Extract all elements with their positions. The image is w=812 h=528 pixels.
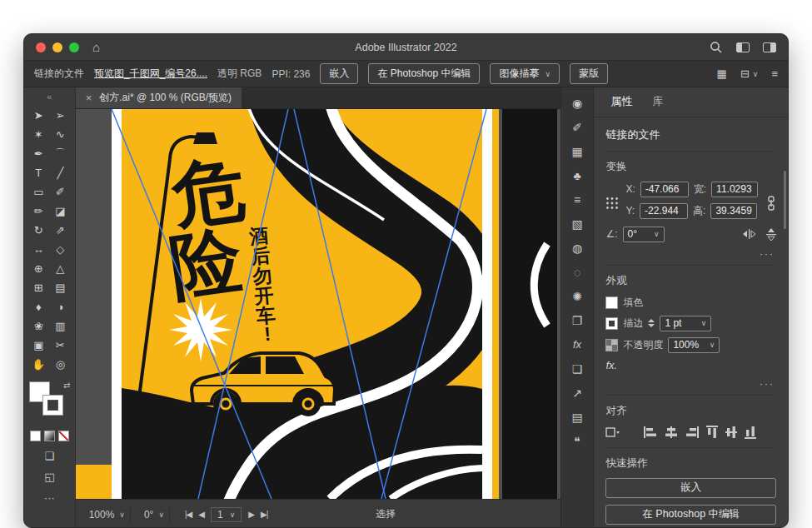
offstage-artwork[interactable] bbox=[502, 109, 557, 499]
gradient-tool[interactable]: ▤ bbox=[49, 278, 71, 297]
zoom-window-button[interactable] bbox=[69, 42, 79, 52]
paintbrush-tool[interactable]: ✐ bbox=[49, 182, 71, 202]
minimize-window-button[interactable] bbox=[52, 42, 62, 52]
workspace-switcher-icon[interactable] bbox=[763, 42, 776, 52]
width-tool[interactable]: ↔ bbox=[27, 240, 49, 259]
document-tab[interactable]: × 创方.ai* @ 100 % (RGB/预览) bbox=[76, 87, 242, 108]
linked-file-name[interactable]: 预览图_千图网_编号26.... bbox=[94, 67, 207, 81]
last-artboard-button[interactable]: ▶| bbox=[261, 510, 267, 519]
tab-properties[interactable]: 属性 bbox=[610, 94, 632, 109]
line-segment-tool[interactable]: ╱ bbox=[49, 163, 71, 182]
appearance-more-options-icon[interactable]: ··· bbox=[605, 378, 775, 390]
opacity-select[interactable]: 100% ∨ bbox=[668, 337, 720, 353]
swap-fill-stroke-icon[interactable]: ⇄ bbox=[63, 381, 70, 390]
blend-tool[interactable]: ◑ bbox=[49, 297, 71, 316]
pen-tool[interactable]: ✒ bbox=[27, 144, 49, 163]
arrange-documents-icon[interactable] bbox=[736, 42, 750, 52]
mask-button[interactable]: 蒙版 bbox=[570, 63, 608, 84]
color-panel-icon[interactable]: ◉ bbox=[561, 91, 594, 115]
type-tool[interactable]: T bbox=[27, 163, 49, 182]
rectangle-tool[interactable]: ▭ bbox=[27, 182, 49, 202]
panel-menu-icon[interactable]: ≡ bbox=[561, 187, 594, 212]
selection-tool[interactable]: ➤ bbox=[27, 106, 49, 125]
image-trace-button[interactable]: 图像描摹 ∨ bbox=[490, 63, 560, 84]
link-dimensions-icon[interactable] bbox=[766, 196, 776, 211]
artboard-tool[interactable]: ▣ bbox=[27, 336, 49, 355]
next-artboard-button[interactable]: ▶ bbox=[248, 510, 254, 519]
effects-button[interactable]: fx. bbox=[605, 359, 776, 371]
artboard-number-select[interactable]: 1 ∨ bbox=[211, 507, 242, 522]
quick-embed-button[interactable]: 嵌入 bbox=[605, 478, 776, 498]
none-button[interactable] bbox=[58, 431, 69, 441]
toolbar-collapse-icon[interactable]: « bbox=[24, 87, 75, 106]
free-transform-tool[interactable]: ◇ bbox=[49, 240, 71, 259]
slice-tool[interactable]: ✂ bbox=[49, 336, 71, 355]
control-menu-icon[interactable]: ≡ bbox=[771, 67, 778, 80]
symbol-sprayer-tool[interactable]: ❀ bbox=[27, 316, 49, 336]
close-tab-icon[interactable]: × bbox=[86, 92, 92, 104]
mesh-tool[interactable]: ⊞ bbox=[27, 278, 49, 297]
poster-artwork[interactable]: 危 险 酒 后 勿 开 车 ! bbox=[122, 109, 499, 499]
hand-tool[interactable]: ✋ bbox=[27, 355, 49, 374]
panel-scrollbar[interactable] bbox=[784, 171, 786, 229]
canvas-artwork[interactable]: 危 险 酒 后 勿 开 车 ! bbox=[76, 109, 560, 499]
stroke-color-swatch[interactable] bbox=[42, 395, 63, 416]
fill-swatch[interactable] bbox=[605, 296, 618, 309]
edit-in-photoshop-button[interactable]: 在 Photoshop 中编辑 bbox=[368, 63, 480, 84]
previous-artboard-button[interactable]: ◀ bbox=[198, 510, 204, 519]
curvature-tool[interactable]: ⌒ bbox=[49, 144, 71, 163]
image-trace-chevron-icon[interactable]: ∨ bbox=[545, 70, 550, 78]
column-graph-tool[interactable]: ▥ bbox=[49, 316, 71, 336]
rotation-select[interactable]: 0° ∨ bbox=[139, 507, 170, 522]
embed-button[interactable]: 嵌入 bbox=[320, 63, 358, 84]
x-input[interactable]: -47.066 bbox=[640, 182, 689, 197]
align-to-selection-icon[interactable] bbox=[605, 426, 620, 438]
height-input[interactable]: 39.3459 bbox=[710, 203, 757, 219]
home-icon[interactable]: ⌂ bbox=[92, 40, 100, 54]
screen-mode-icon[interactable]: ◱ bbox=[44, 471, 54, 483]
rotate-angle-select[interactable]: 0° ∨ bbox=[623, 227, 665, 242]
perspective-grid-tool[interactable]: △ bbox=[49, 259, 71, 278]
align-top-icon[interactable] bbox=[706, 426, 718, 439]
scale-tool[interactable]: ⇗ bbox=[49, 221, 71, 240]
artboards-panel-icon[interactable]: ▤ bbox=[561, 405, 594, 429]
gradient-panel-icon[interactable]: ▧ bbox=[561, 212, 594, 236]
lasso-tool[interactable]: ∿ bbox=[49, 125, 71, 144]
transform-more-options-icon[interactable]: ··· bbox=[605, 248, 775, 260]
3d-materials-panel-icon[interactable]: ◍ bbox=[561, 236, 594, 260]
search-icon[interactable] bbox=[710, 41, 723, 54]
align-bottom-icon[interactable] bbox=[745, 426, 756, 439]
asset-export-panel-icon[interactable]: ❐ bbox=[561, 308, 594, 332]
tab-libraries[interactable]: 库 bbox=[652, 94, 663, 109]
share-panel-icon[interactable]: ↗ bbox=[561, 381, 594, 405]
gradient-button[interactable] bbox=[44, 431, 55, 441]
width-input[interactable]: 11.0293 bbox=[711, 182, 758, 197]
swatches-panel-icon[interactable]: ▦ bbox=[561, 139, 594, 163]
y-input[interactable]: -22.944 bbox=[640, 203, 688, 219]
eraser-tool[interactable]: ◪ bbox=[49, 202, 71, 221]
flip-horizontal-icon[interactable] bbox=[742, 229, 756, 239]
zoom-tool[interactable]: ◎ bbox=[49, 355, 71, 374]
magic-wand-tool[interactable]: ✶ bbox=[27, 125, 49, 144]
flip-vertical-icon[interactable] bbox=[766, 227, 776, 242]
canvas[interactable]: 危 险 酒 后 勿 开 车 ! bbox=[76, 109, 560, 499]
direct-selection-tool[interactable]: ➢ bbox=[49, 106, 71, 125]
eyedropper-tool[interactable]: ♦ bbox=[27, 297, 49, 316]
align-horizontal-center-icon[interactable] bbox=[665, 426, 678, 438]
color-button[interactable] bbox=[30, 431, 41, 441]
edit-toolbar-icon[interactable]: ··· bbox=[44, 491, 55, 504]
panel-toggle-icon[interactable]: ⊟ ∨ bbox=[740, 67, 759, 80]
stroke-weight-select[interactable]: 1 pt ∨ bbox=[660, 316, 711, 331]
offstage-yellow-block[interactable] bbox=[76, 465, 112, 499]
zoom-level-select[interactable]: 100% ∨ bbox=[84, 507, 131, 522]
align-left-icon[interactable] bbox=[644, 426, 657, 438]
touch-workspace-icon[interactable]: ▦ bbox=[717, 67, 727, 80]
transparency-panel-icon[interactable]: ◌ bbox=[561, 260, 594, 284]
appearance-panel-icon[interactable]: ✺ bbox=[561, 284, 594, 308]
brushes-panel-icon[interactable]: ✐ bbox=[561, 115, 594, 139]
close-window-button[interactable] bbox=[36, 42, 46, 52]
comments-panel-icon[interactable]: ❝ bbox=[561, 429, 594, 453]
align-vertical-center-icon[interactable] bbox=[725, 426, 737, 439]
draw-mode-icon[interactable]: ❏ bbox=[44, 450, 54, 462]
symbols-panel-icon[interactable]: ♣ bbox=[561, 163, 594, 187]
